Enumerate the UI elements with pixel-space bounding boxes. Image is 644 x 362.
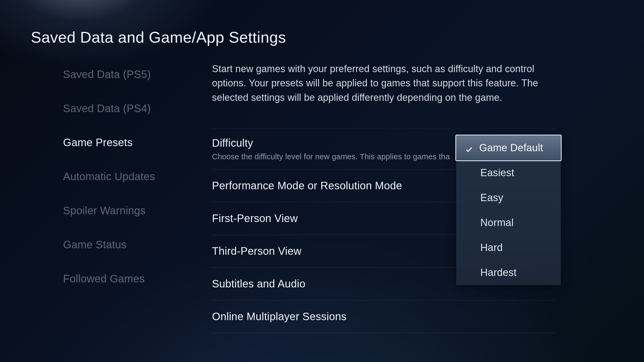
page-title: Saved Data and Game/App Settings	[31, 28, 286, 46]
check-icon	[465, 144, 473, 152]
dropdown-option-easiest[interactable]: Easiest	[456, 160, 561, 185]
dropdown-option-hardest[interactable]: Hardest	[456, 260, 561, 285]
dropdown-option-easy[interactable]: Easy	[456, 185, 561, 210]
setting-row-online-multiplayer[interactable]: Online Multiplayer Sessions	[212, 300, 555, 333]
dropdown-option-label: Game Default	[479, 142, 543, 154]
setting-title: Online Multiplayer Sessions	[212, 311, 555, 323]
sidebar-item-automatic-updates[interactable]: Automatic Updates	[63, 171, 186, 183]
sidebar-item-game-presets[interactable]: Game Presets	[63, 136, 186, 149]
dropdown-option-game-default[interactable]: Game Default	[455, 135, 562, 161]
dropdown-option-normal[interactable]: Normal	[456, 210, 561, 235]
sidebar-item-followed-games[interactable]: Followed Games	[63, 273, 186, 285]
difficulty-dropdown: Game Default Easiest Easy Normal Hard Ha…	[456, 135, 561, 285]
sidebar-item-saved-data-ps5[interactable]: Saved Data (PS5)	[63, 68, 186, 80]
page-description: Start new games with your preferred sett…	[212, 62, 555, 105]
sidebar-item-game-status[interactable]: Game Status	[63, 239, 186, 251]
dropdown-option-hard[interactable]: Hard	[456, 235, 561, 260]
sidebar-item-saved-data-ps4[interactable]: Saved Data (PS4)	[63, 102, 186, 114]
sidebar: Saved Data (PS5) Saved Data (PS4) Game P…	[63, 68, 186, 307]
sidebar-item-spoiler-warnings[interactable]: Spoiler Warnings	[63, 205, 186, 217]
